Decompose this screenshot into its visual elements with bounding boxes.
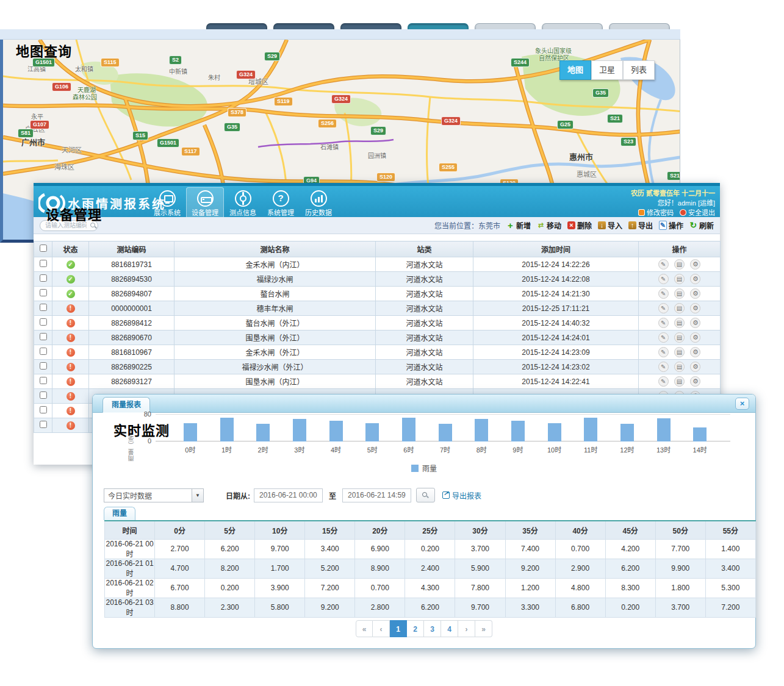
settings-icon[interactable] (690, 376, 700, 387)
page-button[interactable]: 3 (424, 620, 441, 637)
map-type-satellite[interactable]: 卫星 (591, 60, 623, 80)
page-button[interactable]: « (356, 620, 373, 637)
row-checkbox[interactable] (40, 377, 47, 384)
row-checkbox[interactable] (40, 274, 47, 282)
archive-icon[interactable] (674, 376, 685, 387)
archive-icon[interactable] (674, 347, 685, 357)
row-checkbox[interactable] (40, 348, 47, 355)
operate-button[interactable]: ✎ 操作 (659, 220, 683, 230)
rain-bar-chart: 雨量（毫米） 80 0 0时1时2时3时4时5时6时7时8时9时10时11时12… (93, 413, 755, 486)
export-report-link[interactable]: 导出报表 (442, 490, 481, 501)
rain-value: 7.200 (705, 598, 755, 617)
row-checkbox[interactable] (40, 362, 47, 370)
archive-icon[interactable] (674, 362, 685, 372)
chart-bar (402, 418, 415, 441)
settings-icon[interactable] (690, 259, 700, 270)
row-checkbox[interactable] (40, 406, 47, 413)
settings-icon[interactable] (690, 347, 700, 357)
station-code: 8826893127 (89, 374, 174, 389)
tab-rain[interactable]: 雨量 (104, 507, 135, 520)
rain-value: 5.300 (705, 578, 755, 598)
archive-icon[interactable] (674, 303, 685, 313)
date-to-input[interactable] (342, 488, 411, 502)
export-button[interactable]: ↑ 导出 (628, 220, 653, 230)
settings-icon[interactable] (690, 303, 700, 313)
road-shield: G324 (441, 116, 461, 126)
row-checkbox[interactable] (40, 289, 47, 296)
nav-item-history[interactable]: 历史数据 (300, 187, 337, 219)
station-name: 螯台水闸（外江） (174, 316, 376, 330)
nav-item-display[interactable]: 展示系统 (148, 187, 186, 219)
date-from-input[interactable] (254, 488, 323, 502)
station-code: 0000000001 (89, 301, 174, 316)
delete-button[interactable]: × 删除 (567, 220, 592, 230)
edit-icon[interactable] (658, 303, 669, 313)
chart-bar (293, 419, 306, 441)
map-type-map[interactable]: 地图 (559, 60, 591, 80)
import-button[interactable]: ↓ 导入 (598, 220, 622, 230)
row-checkbox[interactable] (40, 260, 47, 267)
nav-item-devices[interactable]: 设备管理 (186, 187, 224, 219)
row-checkbox[interactable] (40, 304, 47, 311)
page-button[interactable]: 1 (390, 620, 407, 637)
road-shield: S29 (370, 126, 386, 135)
query-button[interactable] (416, 488, 435, 502)
edit-icon[interactable] (658, 288, 669, 299)
edit-icon[interactable] (658, 332, 669, 343)
edit-icon[interactable] (658, 376, 669, 387)
settings-icon[interactable] (690, 332, 700, 343)
row-checkbox[interactable] (40, 391, 47, 399)
edit-icon[interactable] (658, 318, 669, 328)
edit-icon[interactable] (658, 347, 669, 357)
road-shield: S23 (620, 137, 636, 146)
rain-value: 2.900 (555, 559, 605, 578)
archive-icon[interactable] (674, 332, 685, 343)
annotation-realtime: 实时监测 (113, 420, 170, 439)
rain-column-header: 55分 (705, 521, 755, 539)
edit-icon[interactable] (658, 274, 669, 284)
rain-data-table: 时间0分5分10分15分20分25分30分35分40分45分50分55分 201… (104, 520, 756, 618)
settings-icon[interactable] (690, 288, 700, 299)
table-row: 8816819731 金禾水闸（内江） 河道水文站 2015-12-24 14:… (34, 257, 721, 272)
settings-icon[interactable] (690, 274, 700, 284)
add-button[interactable]: + 新增 (506, 220, 531, 230)
page-button[interactable]: 2 (407, 620, 424, 637)
road-shield: G107 (30, 120, 49, 129)
select-all-checkbox[interactable] (40, 245, 47, 252)
monitor-icon (159, 190, 176, 207)
settings-icon[interactable] (690, 318, 700, 328)
rain-row: 2016-06-21 03时 8.8002.3005.8009.2002.800… (105, 598, 756, 617)
close-icon[interactable]: × (735, 398, 749, 410)
archive-icon[interactable] (674, 274, 685, 284)
station-code: 8816810967 (89, 345, 174, 360)
refresh-button[interactable]: ↻ 刷新 (689, 220, 714, 230)
delete-icon: × (567, 221, 575, 229)
archive-icon[interactable] (674, 318, 685, 328)
status-icon (67, 304, 75, 313)
key-icon (638, 209, 645, 216)
rain-column-header: 10分 (255, 521, 305, 539)
row-checkbox[interactable] (40, 318, 47, 326)
settings-icon[interactable] (690, 362, 700, 372)
map-type-list[interactable]: 列表 (623, 60, 655, 80)
row-checkbox[interactable] (40, 421, 47, 428)
change-password-link[interactable]: 修改密码 (638, 208, 674, 218)
move-button[interactable]: ⇄ 移动 (537, 220, 561, 230)
page-button[interactable]: » (475, 620, 492, 637)
page-button[interactable]: › (458, 620, 475, 637)
archive-icon[interactable] (674, 288, 685, 299)
edit-icon[interactable] (658, 362, 669, 372)
edit-icon[interactable] (658, 259, 669, 270)
selected-option: 今日实时数据 (104, 490, 192, 501)
logout-link[interactable]: 安全退出 (680, 208, 715, 218)
page-button[interactable]: 4 (441, 620, 458, 637)
station-type: 河道水文站 (376, 330, 473, 345)
nav-item-system[interactable]: 系统管理 (262, 187, 300, 219)
archive-icon[interactable] (674, 259, 685, 270)
page-button[interactable]: ‹ (373, 620, 390, 637)
nav-item-points[interactable]: 测点信息 (224, 187, 262, 219)
row-checkbox[interactable] (40, 333, 47, 340)
data-type-select[interactable]: 今日实时数据 ▼ (104, 488, 204, 502)
rain-value: 1.800 (655, 578, 705, 598)
rain-column-header: 时间 (105, 521, 155, 539)
